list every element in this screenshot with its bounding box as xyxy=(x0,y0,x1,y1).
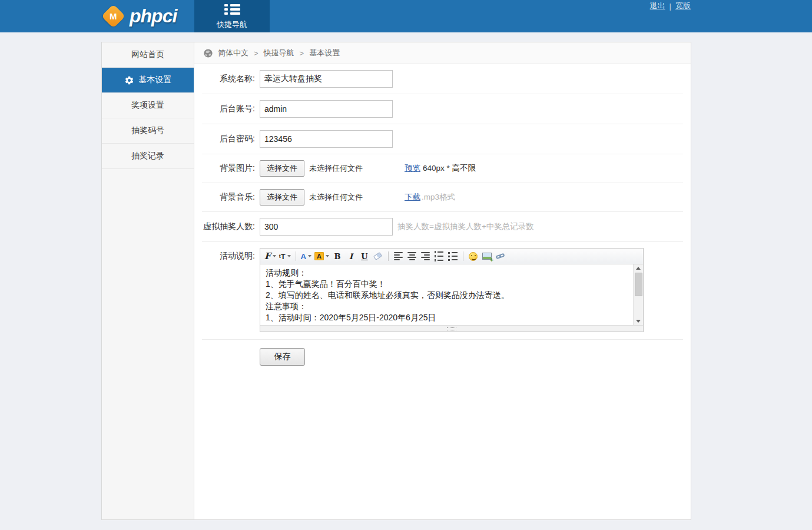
breadcrumb-item-language[interactable]: 简体中文 xyxy=(218,48,248,58)
font-family-button[interactable]: F xyxy=(263,250,277,263)
virtual-count-hint: 抽奖人数=虚拟抽奖人数+中奖总记录数 xyxy=(397,221,534,232)
admin-account-label: 后台账号: xyxy=(202,104,255,114)
chevron-down-icon xyxy=(287,255,291,257)
image-icon xyxy=(482,253,492,260)
sidebar-item-label: 基本设置 xyxy=(139,75,172,85)
bold-icon: B xyxy=(334,252,340,261)
sidebar-item-basic-settings[interactable]: 基本设置 xyxy=(102,68,194,93)
scroll-up-icon[interactable] xyxy=(636,267,641,270)
editor-body: 活动规则： 1、凭手气赢奖品！百分百中奖！ 2、填写的姓名、电话和联系地址必须真… xyxy=(260,264,643,325)
admin-password-input[interactable] xyxy=(260,130,393,148)
align-right-button[interactable] xyxy=(419,250,432,263)
globe-icon xyxy=(203,48,213,58)
remove-format-button[interactable] xyxy=(372,250,385,263)
main-panel: 简体中文 > 快捷导航 > 基本设置 系统名称: 后台账号: xyxy=(194,42,691,519)
bold-button[interactable]: B xyxy=(331,250,344,263)
bg-music-format-hint: .mp3格式 xyxy=(422,192,455,203)
form-row-bg-image: 背景图片: 选择文件 未选择任何文件 预览 640px * 高不限 xyxy=(202,154,683,183)
font-family-icon: F xyxy=(264,251,271,261)
rich-text-editor: F t T A xyxy=(260,248,644,332)
save-row: 保存 xyxy=(202,340,683,366)
editor-scrollbar[interactable] xyxy=(633,264,643,325)
breadcrumb-separator: > xyxy=(300,49,304,58)
form-row-bg-music: 背景音乐: 选择文件 未选择任何文件 下载 .mp3格式 xyxy=(202,183,683,212)
system-name-label: 系统名称: xyxy=(202,74,255,84)
bg-music-choose-file-button[interactable]: 选择文件 xyxy=(260,189,304,206)
bg-image-preview-link[interactable]: 预览 xyxy=(405,163,420,174)
header-top-links: 退出 | 宽版 xyxy=(650,1,691,11)
ordered-list-icon xyxy=(435,251,443,261)
sidebar-item-prize-settings[interactable]: 奖项设置 xyxy=(102,93,194,118)
underline-button[interactable]: U xyxy=(358,250,371,263)
save-button[interactable]: 保存 xyxy=(260,348,305,366)
logo-m-icon: M xyxy=(101,4,125,28)
unordered-list-icon xyxy=(448,252,458,261)
editor-toolbar: F t T A xyxy=(260,249,643,264)
underline-icon: U xyxy=(361,252,367,261)
align-left-icon xyxy=(394,252,403,260)
wide-layout-link[interactable]: 宽版 xyxy=(675,1,691,11)
toolbar-divider xyxy=(296,251,296,261)
form-row-admin-password: 后台密码: xyxy=(202,124,683,154)
form-row-system-name: 系统名称: xyxy=(202,64,683,94)
sidebar-item-home[interactable]: 网站首页 xyxy=(102,42,194,68)
virtual-count-input[interactable] xyxy=(260,218,393,236)
bg-music-label: 背景音乐: xyxy=(202,192,255,203)
admin-password-label: 后台密码: xyxy=(202,134,255,144)
activity-desc-textarea[interactable]: 活动规则： 1、凭手气赢奖品！百分百中奖！ 2、填写的姓名、电话和联系地址必须真… xyxy=(260,264,633,325)
bg-music-file-area: 选择文件 未选择任何文件 xyxy=(260,189,405,206)
settings-form: 系统名称: 后台账号: 后台密码: 背景图片: 选择文件 xyxy=(194,64,691,366)
scroll-down-icon[interactable] xyxy=(636,320,641,323)
logout-link[interactable]: 退出 xyxy=(650,1,665,11)
chevron-down-icon xyxy=(273,255,276,257)
align-center-button[interactable] xyxy=(406,250,419,263)
toolbar-divider xyxy=(463,251,463,261)
insert-link-button[interactable] xyxy=(494,250,507,263)
smiley-icon xyxy=(469,252,478,261)
scrollbar-thumb[interactable] xyxy=(635,273,642,296)
logo-text: phpci xyxy=(130,5,177,27)
emoticon-button[interactable] xyxy=(467,250,480,263)
resize-grip-icon xyxy=(447,327,456,330)
unordered-list-button[interactable] xyxy=(446,250,459,263)
bg-music-download-link[interactable]: 下载 xyxy=(405,192,420,203)
top-links-separator: | xyxy=(670,2,671,11)
sidebar-item-lottery-codes[interactable]: 抽奖码号 xyxy=(102,118,194,144)
breadcrumb-item-basic-settings[interactable]: 基本设置 xyxy=(309,48,340,58)
breadcrumb-item-quick-nav[interactable]: 快捷导航 xyxy=(264,48,294,58)
italic-button[interactable]: I xyxy=(344,250,357,263)
nav-tab-quick-nav[interactable]: 快捷导航 xyxy=(194,0,270,32)
link-icon xyxy=(496,253,505,260)
editor-resize-handle[interactable] xyxy=(260,325,643,332)
highlight-color-button[interactable]: A xyxy=(313,250,330,263)
admin-account-input[interactable] xyxy=(260,100,393,118)
ordered-list-button[interactable] xyxy=(433,250,446,263)
toolbar-divider xyxy=(388,251,389,261)
logo-badge-letter: M xyxy=(110,11,117,21)
sidebar-item-label: 网站首页 xyxy=(131,49,164,60)
sidebar-item-label: 奖项设置 xyxy=(131,100,164,111)
eraser-icon xyxy=(373,252,382,260)
align-right-icon xyxy=(421,252,430,260)
gear-icon xyxy=(124,75,134,85)
form-row-virtual-count: 虚拟抽奖人数: 抽奖人数=虚拟抽奖人数+中奖总记录数 xyxy=(202,212,683,242)
bg-image-no-file-text: 未选择任何文件 xyxy=(309,163,363,174)
font-size-button[interactable]: t T xyxy=(278,250,292,263)
bg-music-no-file-text: 未选择任何文件 xyxy=(309,192,363,203)
form-row-activity-desc: 活动说明: F t T xyxy=(202,242,683,340)
font-color-button[interactable]: A xyxy=(300,250,313,263)
list-icon xyxy=(224,2,240,16)
align-left-button[interactable] xyxy=(392,250,405,263)
sidebar: 网站首页 基本设置 奖项设置 抽奖码号 抽奖记录 xyxy=(102,42,194,519)
content-wrapper: 网站首页 基本设置 奖项设置 抽奖码号 抽奖记录 xyxy=(101,42,691,520)
sidebar-item-lottery-records[interactable]: 抽奖记录 xyxy=(102,144,194,169)
virtual-count-label: 虚拟抽奖人数: xyxy=(202,221,255,232)
insert-image-button[interactable] xyxy=(480,250,493,263)
logo[interactable]: M phpci xyxy=(105,5,177,27)
system-name-input[interactable] xyxy=(260,70,393,88)
bg-image-choose-file-button[interactable]: 选择文件 xyxy=(260,160,304,177)
italic-icon: I xyxy=(349,252,353,261)
chevron-down-icon xyxy=(326,255,329,257)
sidebar-item-label: 抽奖记录 xyxy=(131,151,164,161)
top-header: M phpci 快捷导航 退出 | 宽版 xyxy=(0,0,812,32)
